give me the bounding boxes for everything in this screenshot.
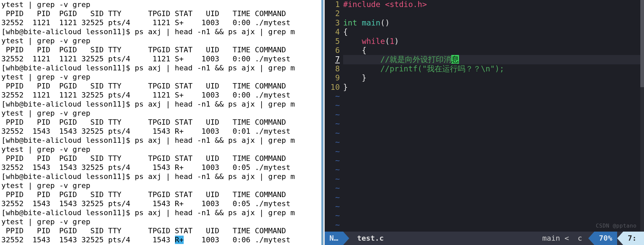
line-number: 4	[325, 27, 340, 37]
watermark: CSDN @pptano	[596, 221, 637, 230]
code-line[interactable]: while(1)	[343, 37, 644, 46]
empty-line-tilde: ~	[325, 119, 340, 128]
empty-line-tilde: ~	[325, 175, 340, 184]
status-filetype: c	[572, 232, 588, 245]
code-line[interactable]: //就是向外设打印消息	[343, 55, 644, 64]
code-line[interactable]: //printf("我在运行吗？？\n");	[343, 64, 644, 73]
empty-line-tilde: ~	[325, 202, 340, 211]
editor-pane[interactable]: 12345678910~~~~~~~~~~~~~~~~~ #include <s…	[325, 0, 644, 245]
empty-line-tilde: ~	[325, 101, 340, 110]
code-line-empty	[343, 175, 644, 184]
editor-scrollbar[interactable]	[640, 0, 644, 232]
code-line[interactable]: int main()	[343, 18, 644, 27]
status-separator-icon	[588, 232, 594, 245]
code-line-empty	[343, 211, 644, 220]
line-number: 5	[325, 37, 340, 46]
code-line[interactable]: {	[343, 27, 644, 37]
line-number: 2	[325, 9, 340, 18]
line-number: 9	[325, 73, 340, 82]
code-line-empty	[343, 101, 644, 110]
line-number: 1	[325, 0, 340, 9]
empty-line-tilde: ~	[325, 138, 340, 147]
line-number-gutter: 12345678910~~~~~~~~~~~~~~~~~	[325, 0, 343, 232]
code-line-empty	[343, 156, 644, 165]
terminal-pane[interactable]: ytest | grep -v grep PPID PID PGID SID T…	[0, 0, 323, 245]
status-filename: test.c	[353, 232, 388, 245]
empty-line-tilde: ~	[325, 156, 340, 165]
code-line-empty	[343, 202, 644, 211]
code-line-empty	[343, 165, 644, 174]
code-area[interactable]: #include <stdio.h> int main() { while(1)…	[343, 0, 644, 232]
empty-line-tilde: ~	[325, 92, 340, 101]
empty-line-tilde: ~	[325, 221, 340, 230]
empty-line-tilde: ~	[325, 193, 340, 202]
code-line-empty	[343, 193, 644, 202]
chevron-left-icon: <	[560, 234, 569, 243]
line-number: 8	[325, 64, 340, 73]
status-function-name: main	[542, 234, 560, 243]
line-number: 7	[325, 55, 340, 64]
status-separator-icon	[617, 232, 623, 245]
code-line[interactable]: #include <stdio.h>	[343, 0, 644, 9]
terminal-cursor: R+	[175, 236, 184, 244]
line-number: 6	[325, 46, 340, 55]
code-line-empty	[343, 92, 644, 101]
cursor-highlight: 息	[451, 55, 459, 64]
status-bar: N… test.c main < c 70% 7:	[325, 232, 644, 245]
code-line-empty	[343, 119, 644, 128]
code-line[interactable]: {	[343, 46, 644, 55]
empty-line-tilde: ~	[325, 211, 340, 220]
status-function: main <	[538, 232, 571, 245]
code-line[interactable]: }	[343, 73, 644, 82]
empty-line-tilde: ~	[325, 110, 340, 119]
code-line-empty	[343, 129, 644, 138]
code-line-empty	[343, 138, 644, 147]
status-percent: 70%	[594, 232, 617, 245]
empty-line-tilde: ~	[325, 129, 340, 138]
status-position: 7:	[623, 232, 644, 245]
empty-line-tilde: ~	[325, 165, 340, 174]
code-line[interactable]: }	[343, 83, 644, 92]
code-line-empty	[343, 184, 644, 193]
editor-scrollbar-thumb[interactable]	[640, 0, 644, 87]
line-number: 3	[325, 18, 340, 27]
empty-line-tilde: ~	[325, 147, 340, 156]
mode-indicator: N…	[325, 232, 343, 245]
code-line-empty	[343, 147, 644, 156]
code-line[interactable]	[343, 9, 644, 18]
empty-line-tilde: ~	[325, 184, 340, 193]
code-line-empty	[343, 110, 644, 119]
line-number: 10	[325, 83, 340, 92]
